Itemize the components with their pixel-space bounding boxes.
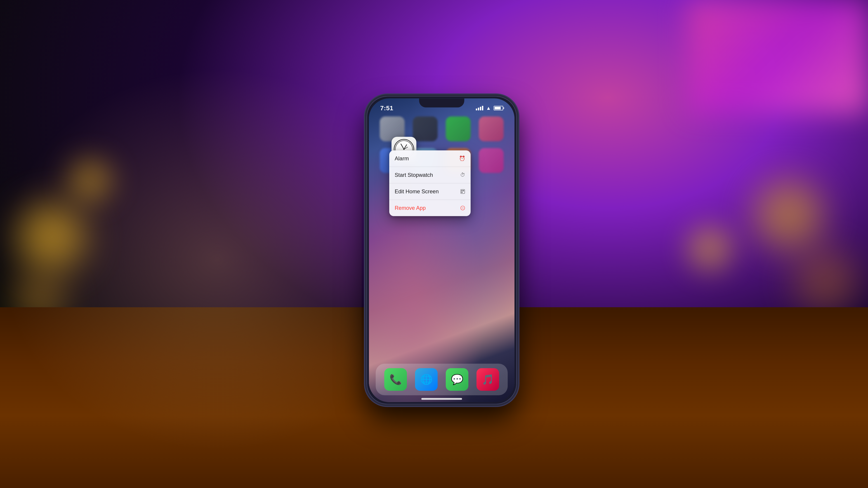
menu-item-stopwatch-label: Start Stopwatch (395, 172, 433, 178)
menu-item-alarm-label: Alarm (395, 156, 409, 162)
app-icon-4 (479, 117, 504, 141)
bokeh-right-1 (755, 181, 823, 249)
phone-wrapper: 7:51 ▲ (365, 94, 519, 406)
background-scene: 7:51 ▲ (0, 0, 868, 488)
dock-app-safari[interactable]: 🌐 (415, 368, 438, 391)
app-icon-8 (479, 148, 504, 173)
menu-item-edit-label: Edit Home Screen (395, 188, 439, 195)
battery-icon (494, 106, 503, 110)
bokeh-top-right (687, 0, 868, 113)
context-menu: Alarm ⏰ Start Stopwatch ⏱ Edit Home Scre… (389, 151, 471, 216)
phone-screen: 7:51 ▲ (369, 98, 515, 402)
notch (419, 98, 464, 107)
menu-item-remove-app[interactable]: Remove App (389, 200, 471, 216)
stopwatch-icon: ⏱ (460, 172, 465, 178)
dock-app-phone[interactable]: 📞 (384, 368, 407, 391)
dock: 📞 🌐 💬 🎵 (376, 364, 508, 395)
alarm-icon: ⏰ (459, 156, 465, 162)
edit-home-icon (460, 189, 465, 194)
app-icon-2 (413, 117, 438, 141)
dock-app-messages[interactable]: 💬 (446, 368, 468, 391)
hand-area (0, 68, 362, 452)
status-time: 7:51 (380, 105, 393, 112)
home-indicator (421, 398, 462, 400)
svg-rect-6 (463, 190, 464, 191)
bokeh-right-2 (687, 226, 733, 271)
svg-point-3 (403, 149, 405, 150)
svg-rect-4 (461, 190, 465, 194)
menu-item-edit-home-screen[interactable]: Edit Home Screen (389, 184, 471, 200)
menu-item-start-stopwatch[interactable]: Start Stopwatch ⏱ (389, 167, 471, 184)
bokeh-right-3 (794, 249, 857, 312)
menu-item-remove-label: Remove App (395, 205, 426, 211)
app-icon-3 (446, 117, 471, 141)
app-row-1 (369, 117, 515, 141)
svg-rect-7 (461, 192, 463, 193)
remove-app-icon (460, 205, 465, 210)
wifi-icon: ▲ (486, 105, 491, 111)
dock-app-music[interactable]: 🎵 (476, 368, 499, 391)
svg-rect-5 (461, 190, 463, 191)
battery-fill (495, 107, 501, 109)
iphone-device: 7:51 ▲ (365, 94, 519, 406)
signal-icon (476, 106, 483, 110)
menu-item-alarm[interactable]: Alarm ⏰ (389, 151, 471, 167)
status-icons: ▲ (476, 105, 503, 111)
